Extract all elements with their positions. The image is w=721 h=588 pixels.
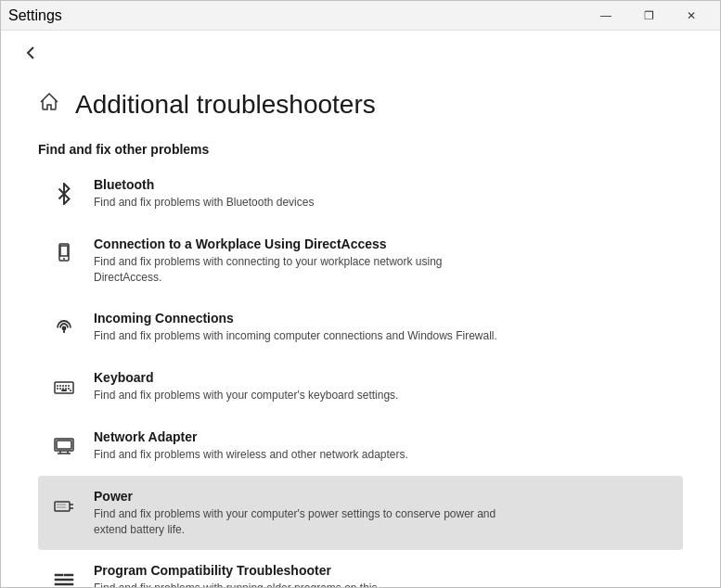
troubleshooter-item-keyboard[interactable]: Keyboard Find and fix problems with your… (38, 357, 683, 416)
incoming-text: Incoming Connections Find and fix proble… (94, 311, 497, 344)
directaccess-title: Connection to a Workplace Using DirectAc… (94, 236, 502, 251)
svg-rect-23 (55, 502, 70, 511)
page-title: Additional troubleshooters (75, 90, 376, 120)
program-compat-title: Program Compatibility Troubleshooter (94, 563, 377, 578)
title-bar: Settings — ❐ ✕ (1, 1, 720, 31)
network-adapter-icon (49, 431, 79, 461)
keyboard-icon (49, 372, 79, 402)
title-bar-left: Settings (8, 7, 62, 24)
maximize-button[interactable]: ❐ (627, 1, 670, 31)
directaccess-desc: Find and fix problems with connecting to… (94, 254, 502, 286)
content-area: Additional troubleshooters Find and fix … (1, 75, 720, 587)
title-bar-controls: — ❐ ✕ (585, 1, 713, 31)
back-button[interactable] (16, 38, 45, 68)
network-adapter-desc: Find and fix problems with wireless and … (94, 447, 408, 463)
keyboard-desc: Find and fix problems with your computer… (94, 388, 398, 403)
svg-point-3 (63, 327, 66, 330)
section-title: Find and fix other problems (38, 142, 683, 157)
troubleshooter-item-network-adapter[interactable]: Network Adapter Find and fix problems wi… (38, 416, 683, 476)
home-icon (38, 91, 60, 119)
svg-rect-22 (57, 441, 71, 449)
minimize-button[interactable]: — (585, 1, 627, 31)
incoming-desc: Find and fix problems with incoming comp… (94, 328, 497, 344)
back-icon (19, 42, 42, 64)
network-adapter-title: Network Adapter (94, 429, 408, 444)
incoming-title: Incoming Connections (94, 311, 497, 326)
troubleshooter-item-directaccess[interactable]: Connection to a Workplace Using DirectAc… (38, 224, 683, 299)
bluetooth-icon (49, 179, 79, 209)
bluetooth-title: Bluetooth (94, 177, 314, 192)
troubleshooter-item-power[interactable]: Power Find and fix problems with your co… (38, 476, 683, 551)
directaccess-icon (49, 238, 79, 268)
keyboard-text: Keyboard Find and fix problems with your… (94, 370, 398, 403)
power-text: Power Find and fix problems with your co… (94, 489, 502, 538)
troubleshooter-item-bluetooth[interactable]: Bluetooth Find and fix problems with Blu… (38, 164, 683, 224)
nav-bar (1, 31, 720, 75)
bluetooth-text: Bluetooth Find and fix problems with Blu… (94, 177, 314, 211)
power-title: Power (94, 489, 502, 504)
troubleshooter-list: Bluetooth Find and fix problems with Blu… (38, 164, 683, 587)
incoming-icon (49, 313, 79, 342)
svg-rect-2 (60, 246, 68, 256)
settings-window: Settings — ❐ ✕ Additional troubleshooter… (0, 0, 721, 588)
program-compat-icon (49, 565, 79, 587)
troubleshooter-item-incoming[interactable]: Incoming Connections Find and fix proble… (38, 298, 683, 357)
page-header: Additional troubleshooters (38, 75, 683, 142)
power-icon (49, 491, 79, 520)
close-button[interactable]: ✕ (670, 1, 713, 31)
program-compat-text: Program Compatibility Troubleshooter Fin… (94, 563, 377, 587)
directaccess-text: Connection to a Workplace Using DirectAc… (94, 236, 502, 286)
title-bar-title: Settings (8, 7, 62, 24)
bluetooth-desc: Find and fix problems with Bluetooth dev… (94, 195, 314, 211)
network-adapter-text: Network Adapter Find and fix problems wi… (94, 429, 408, 463)
program-compat-desc: Find and fix problems with running older… (94, 581, 377, 587)
power-desc: Find and fix problems with your computer… (94, 506, 502, 538)
keyboard-title: Keyboard (94, 370, 398, 385)
troubleshooter-item-program-compat[interactable]: Program Compatibility Troubleshooter Fin… (38, 550, 683, 587)
